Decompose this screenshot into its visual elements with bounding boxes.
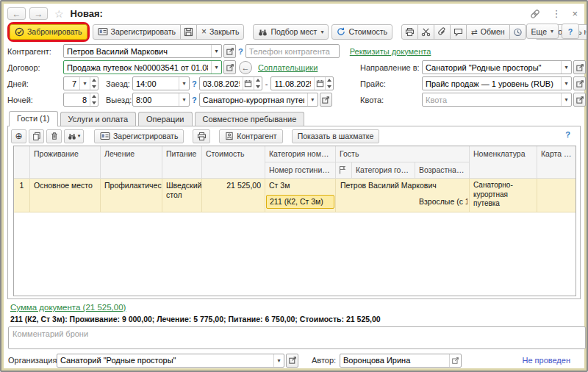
show-in-chessboard-button[interactable]: Показать в шахматке [292,129,380,143]
column-header-accommodation[interactable]: Проживание [30,146,101,179]
price-input[interactable] [423,77,561,90]
date-from-input[interactable] [200,77,243,90]
column-header-nomenclature[interactable]: Номенклатура [470,146,537,179]
discussion-button[interactable] [450,24,467,40]
column-header-treatment[interactable]: Лечение [101,146,162,179]
book-button[interactable]: Забронировать [10,24,87,40]
days-input[interactable] [64,77,79,90]
dropdown-icon[interactable]: ▾ [211,61,221,74]
dropdown-icon[interactable]: ▾ [561,77,571,90]
booking-comment-input[interactable] [8,326,586,349]
column-header-guest[interactable]: Гость [336,146,470,162]
get-link-icon[interactable] [530,9,540,19]
checkin-time-input[interactable] [133,77,179,90]
nav-forward-button[interactable]: → [29,7,48,20]
cell-accommodation[interactable]: Основное место [30,179,101,212]
checkin-help-icon[interactable]: ? [192,79,197,88]
print-registration-card-button[interactable] [193,129,210,143]
document-total-link[interactable]: Сумма документа (21 525,00) [10,303,126,312]
cell-cost[interactable]: 21 525,00 [202,179,265,212]
direction-open-button[interactable] [573,60,586,74]
column-header-meals[interactable]: Питание [162,146,202,179]
tab-services-payment[interactable]: Услуги и оплата [60,112,137,126]
column-header-guest-card[interactable]: Карта гостя [537,146,576,179]
column-header-age-group[interactable]: Возрастная груп… [415,162,470,179]
counterparty-help-icon[interactable]: ? [238,47,243,56]
dropdown-icon[interactable]: ▾ [79,77,90,90]
window-menu-icon[interactable]: ⋮ [551,8,561,19]
counterparty-card-button[interactable]: Контрагент [219,129,282,143]
author-input[interactable] [340,354,449,367]
dropdown-icon[interactable]: ▾ [211,45,221,57]
fill-from-contract-button[interactable]: ← [239,61,252,74]
cell-guest-card[interactable] [537,179,576,212]
tab-operations[interactable]: Операции [138,112,192,126]
dropdown-icon[interactable]: ▾ [273,354,284,367]
dropdown-icon[interactable]: ▾ [561,61,571,74]
quota-input[interactable] [423,93,561,106]
nights-input[interactable] [64,93,90,106]
scissors-button[interactable] [417,24,434,40]
contract-open-button[interactable] [223,60,236,74]
calendar-icon[interactable] [243,77,254,90]
organization-input[interactable] [57,354,273,367]
print-button[interactable] [401,24,418,40]
column-header-hotel-room[interactable]: Номер гостиницы [265,162,336,179]
calendar-icon[interactable] [314,77,325,90]
checkout-help-icon[interactable]: ? [192,96,197,104]
exchange-button[interactable]: ⇄ Обмен [466,24,510,40]
save-button[interactable] [180,24,197,40]
dropdown-icon[interactable]: ▾ [307,93,318,106]
cell-guest-name[interactable]: Петров Василий Маркович [340,181,437,190]
days-stepper[interactable] [90,77,98,90]
attachments-button[interactable] [434,24,451,40]
window-close-icon[interactable]: × [572,8,578,19]
tab-guests[interactable]: Гости (1) [9,111,58,126]
dropdown-icon[interactable]: ▾ [561,93,571,106]
delete-row-button[interactable] [46,129,62,143]
counterparty-open-button[interactable] [223,44,236,58]
nights-stepper[interactable] [90,93,98,106]
checkout-time-input[interactable] [133,93,179,106]
column-header-room-category[interactable]: Категория номера [265,146,336,162]
history-button[interactable] [509,24,526,40]
pick-rooms-button[interactable]: Подбор мест▾ [253,24,329,40]
register-guest-button[interactable]: Зарегистрировать [94,129,184,143]
voucher-open-button[interactable] [320,93,332,107]
copy-row-button[interactable] [29,129,44,143]
cell-treatment[interactable]: Профилактический [101,179,162,212]
direction-input[interactable] [423,61,561,74]
posting-status-link[interactable]: Не проведен [522,356,570,365]
favorite-star-icon[interactable]: ☆ [54,8,64,20]
more-button[interactable]: Еще▾ [526,24,559,39]
voucher-type-input[interactable] [200,93,307,106]
copayers-link[interactable]: Соплательщики [258,63,318,72]
close-button[interactable]: × Закрыть [196,24,244,40]
add-row-button[interactable]: ⊕ [11,129,26,143]
date-to-input[interactable] [271,77,314,90]
guest-row[interactable]: 1 Основное место Профилактический Шведск… [14,179,576,212]
column-header-guest-category[interactable]: Категория гостя [352,162,415,179]
table-help-icon[interactable]: ? [565,130,570,139]
cell-age-group[interactable]: Взрослые (с 15 … [419,197,467,207]
phone-input[interactable] [246,45,339,57]
date-from-stepper[interactable] [254,77,262,90]
nav-back-button[interactable]: ← [7,7,26,20]
cell-room-category[interactable]: Ст 3м [265,179,335,195]
tab-joint-stay[interactable]: Совместное пребывание [195,112,305,126]
cell-nomenclature[interactable]: Санаторно-курортная путевка [470,179,537,212]
date-to-stepper[interactable] [325,77,333,90]
dropdown-icon[interactable]: ▾ [179,93,189,106]
row-number-cell[interactable]: 1 [14,179,30,212]
cost-button[interactable]: Стоимость [331,24,392,40]
help-button[interactable]: ? [562,24,579,39]
selected-cell-hotel-room[interactable]: 211 (К2, Ст 3м) [266,195,334,209]
organization-open-button[interactable] [286,354,298,368]
author-open-button[interactable] [449,354,461,367]
column-header-cost[interactable]: Стоимость [202,146,265,179]
price-open-button[interactable] [573,76,586,90]
contract-input[interactable] [64,61,211,74]
quota-open-button[interactable] [573,93,586,107]
dropdown-icon[interactable]: ▾ [179,77,189,90]
register-button[interactable]: Зарегистрировать [93,24,181,40]
